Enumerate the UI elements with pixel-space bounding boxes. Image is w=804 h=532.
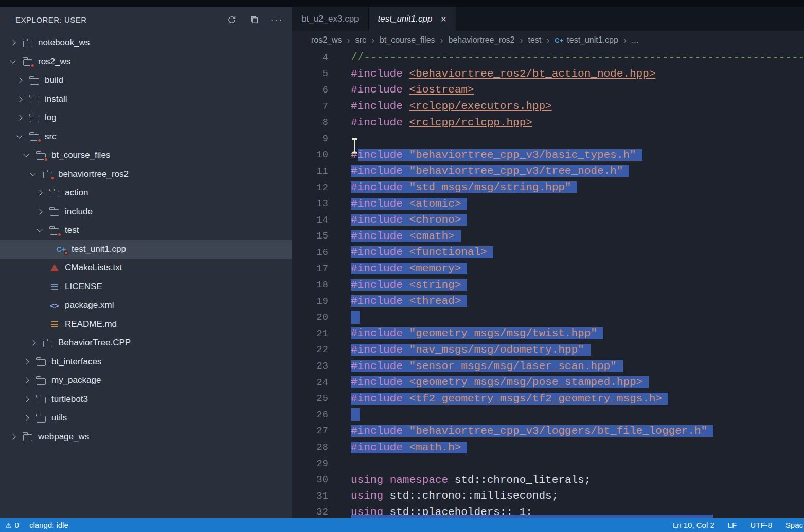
- chevron-down-icon[interactable]: [26, 173, 40, 175]
- refresh-icon[interactable]: [226, 14, 237, 25]
- code-line-23[interactable]: 23#include "sensor_msgs/msg/laser_scan.h…: [292, 358, 804, 374]
- tree-item-CMakeLists.txt[interactable]: CMakeLists.txt: [0, 259, 292, 278]
- more-actions-icon[interactable]: ···: [272, 14, 282, 25]
- chevron-right-icon[interactable]: [13, 78, 26, 82]
- code-line-14[interactable]: 14#include <chrono>: [292, 212, 804, 228]
- chevron-right-icon[interactable]: [20, 416, 33, 420]
- chevron-right-icon[interactable]: [26, 341, 40, 345]
- code-line-11[interactable]: 11#include "behaviortree_cpp_v3/tree_nod…: [292, 163, 804, 179]
- status-item-LF[interactable]: LF: [728, 521, 737, 529]
- code-token: #include: [351, 295, 409, 307]
- breadcrumb-item-...[interactable]: ...: [632, 35, 638, 45]
- chevron-right-icon[interactable]: [13, 97, 26, 101]
- tree-item-README.md[interactable]: README.md: [0, 315, 292, 334]
- code-line-8[interactable]: 8#include <rclcpp/rclcpp.hpp>: [292, 114, 804, 131]
- status-item-clangd: idle[interactable]: clangd: idle: [29, 521, 68, 529]
- code-line-31[interactable]: 31using std::chrono::milliseconds;: [292, 488, 804, 504]
- tree-item-LICENSE[interactable]: LICENSE: [0, 278, 292, 297]
- tree-item-package.xml[interactable]: <>package.xml: [0, 296, 292, 315]
- line-number: 7: [292, 101, 328, 112]
- tree-item-build[interactable]: build: [0, 71, 292, 90]
- code-line-12[interactable]: 12#include "std_msgs/msg/string.hpp": [292, 179, 804, 196]
- status-item-Spac[interactable]: Spac: [785, 521, 803, 529]
- tree-item-install[interactable]: install: [0, 90, 292, 109]
- code-line-18[interactable]: 18#include <string>: [292, 277, 804, 293]
- tree-item-behaviortree_ros2[interactable]: behaviortree_ros2: [0, 165, 292, 184]
- close-icon[interactable]: ×: [440, 14, 446, 24]
- chevron-right-icon[interactable]: [6, 41, 20, 45]
- breadcrumb-item-bt_course_files[interactable]: bt_course_files: [380, 35, 435, 45]
- tree-item-log[interactable]: log: [0, 108, 292, 127]
- chevron-right-icon[interactable]: [20, 397, 33, 401]
- code-line-22[interactable]: 22#include "nav_msgs/msg/odometry.hpp": [292, 342, 804, 358]
- line-number: 18: [292, 279, 328, 290]
- code-line-29[interactable]: 29: [292, 455, 804, 472]
- code-line-28[interactable]: 28#include <math.h>: [292, 439, 804, 455]
- chevron-right-icon[interactable]: [13, 116, 26, 120]
- code-line-6[interactable]: 6#include <iostream>: [292, 82, 804, 98]
- chevron-down-icon[interactable]: [20, 154, 33, 156]
- tree-item-test[interactable]: test: [0, 221, 292, 240]
- tree-item-my_package[interactable]: my_package: [0, 371, 292, 390]
- code-line-25[interactable]: 25#include <tf2_geometry_msgs/tf2_geomet…: [292, 390, 804, 407]
- breadcrumb-item-src[interactable]: src: [355, 35, 366, 45]
- tree-item-notebook_ws[interactable]: notebook_ws: [0, 33, 292, 52]
- code-line-4[interactable]: 4//-------------------------------------…: [292, 49, 804, 66]
- chevron-right-icon[interactable]: [20, 360, 33, 364]
- code-line-17[interactable]: 17#include <memory>: [292, 261, 804, 277]
- code-token: <geometry_msgs/msg/pose_stamped.hpp>: [409, 376, 642, 388]
- status-item-warning[interactable]: ⚠0: [5, 521, 19, 529]
- code-token: #include: [351, 425, 409, 437]
- status-item-Ln 10, Col 2[interactable]: Ln 10, Col 2: [673, 521, 714, 529]
- code-line-26[interactable]: 26: [292, 407, 804, 423]
- tree-item-bt_interfaces[interactable]: bt_interfaces: [0, 353, 292, 372]
- chevron-right-icon[interactable]: [20, 378, 33, 382]
- breadcrumb-separator-icon: ›: [520, 35, 523, 46]
- code-line-10[interactable]: 10#include "behaviortree_cpp_v3/basic_ty…: [292, 147, 804, 163]
- code-line-20[interactable]: 20: [292, 309, 804, 326]
- code-line-27[interactable]: 27#include "behaviortree_cpp_v3/loggers/…: [292, 423, 804, 439]
- code-line-5[interactable]: 5#include <behaviortree_ros2/bt_action_n…: [292, 66, 804, 82]
- code-line-15[interactable]: 15#include <cmath>: [292, 228, 804, 245]
- code-line-13[interactable]: 13#include <atomic>: [292, 195, 804, 212]
- code-line-30[interactable]: 30using namespace std::chrono_literals;: [292, 471, 804, 488]
- chevron-down-icon[interactable]: [6, 61, 20, 63]
- tree-item-BehaviorTree.CPP[interactable]: BehaviorTree.CPP: [0, 334, 292, 353]
- tree-item-webpage_ws[interactable]: webpage_ws: [0, 428, 292, 447]
- breadcrumb-item-behaviortree_ros2[interactable]: behaviortree_ros2: [449, 35, 515, 45]
- line-number: 6: [292, 84, 328, 96]
- chevron-right-icon[interactable]: [6, 435, 20, 439]
- code-token: <string>: [409, 279, 461, 291]
- breadcrumb-item-test_unit1.cpp[interactable]: C+test_unit1.cpp: [555, 35, 618, 45]
- code-token: <thread>: [409, 295, 461, 307]
- tree-item-label: behaviortree_ros2: [58, 169, 129, 179]
- code-line-7[interactable]: 7#include <rclcpp/executors.hpp>: [292, 98, 804, 115]
- code-editor[interactable]: 4//-------------------------------------…: [292, 49, 804, 518]
- chevron-right-icon[interactable]: [33, 210, 46, 214]
- code-line-24[interactable]: 24#include <geometry_msgs/msg/pose_stamp…: [292, 374, 804, 391]
- tab-test_unit1.cpp[interactable]: test_unit1.cpp×: [369, 7, 457, 31]
- tree-item-utils[interactable]: utils: [0, 409, 292, 428]
- tree-item-action[interactable]: action: [0, 184, 292, 203]
- tree-item-ros2_ws[interactable]: ros2_ws: [0, 52, 292, 71]
- status-item-UTF-8[interactable]: UTF-8: [750, 521, 772, 529]
- code-line-21[interactable]: 21#include "geometry_msgs/msg/twist.hpp": [292, 325, 804, 342]
- tree-item-test_unit1.cpp[interactable]: C+test_unit1.cpp: [0, 240, 292, 259]
- chevron-down-icon[interactable]: [33, 229, 46, 231]
- code-line-9[interactable]: 9: [292, 131, 804, 147]
- breadcrumb-separator-icon: ›: [347, 35, 350, 46]
- tab-bt_u2_ex3.cpp[interactable]: bt_u2_ex3.cpp: [292, 7, 369, 31]
- partial-selection-strip: [351, 515, 713, 518]
- tree-item-include[interactable]: include: [0, 203, 292, 222]
- chevron-right-icon[interactable]: [33, 191, 46, 195]
- chevron-down-icon[interactable]: [13, 136, 26, 138]
- tree-item-bt_course_files[interactable]: bt_course_files: [0, 146, 292, 165]
- chevron-glyph: [30, 170, 35, 176]
- split-editor-icon[interactable]: [249, 14, 259, 25]
- code-line-16[interactable]: 16#include <functional>: [292, 244, 804, 261]
- breadcrumb-item-ros2_ws[interactable]: ros2_ws: [311, 35, 342, 45]
- code-line-19[interactable]: 19#include <thread>: [292, 293, 804, 309]
- tree-item-turtlebot3[interactable]: turtlebot3: [0, 390, 292, 409]
- breadcrumb-item-test[interactable]: test: [528, 35, 542, 45]
- tree-item-src[interactable]: src: [0, 127, 292, 146]
